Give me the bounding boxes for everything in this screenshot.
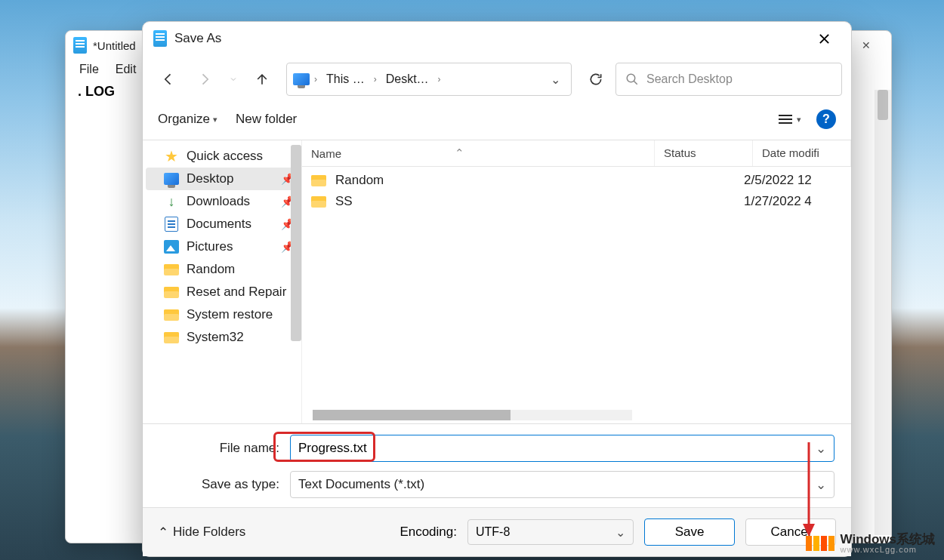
sidebar-item-reset[interactable]: Reset and Repair <box>146 281 301 303</box>
toolbar: Organize▾ New folder ▾ ? <box>143 103 851 140</box>
sidebar-item-pictures[interactable]: Pictures 📌 <box>146 235 301 258</box>
breadcrumb-thispc[interactable]: This … <box>322 70 369 88</box>
notepad-icon <box>73 37 87 54</box>
save-button[interactable]: Save <box>644 518 735 546</box>
dialog-icon <box>153 30 167 47</box>
sidebar-item-quickaccess[interactable]: ★ Quick access <box>146 145 301 168</box>
folder-icon <box>164 332 179 343</box>
breadcrumb-desktop[interactable]: Deskt… <box>381 70 433 88</box>
view-options-button[interactable]: ▾ <box>777 113 801 125</box>
back-button[interactable] <box>152 63 185 96</box>
filename-input[interactable]: Progress.txt ⌄ <box>290 435 834 462</box>
folder-icon <box>164 309 179 321</box>
savetype-select[interactable]: Text Documents (*.txt) ⌄ <box>290 471 834 498</box>
chevron-down-icon[interactable]: ⌄ <box>816 441 826 457</box>
folder-icon <box>164 264 179 275</box>
nav-sidebar: ★ Quick access Desktop 📌 ↓ Downloads 📌 D… <box>143 140 301 423</box>
watermark: Windows系统城 www.wxcLgg.com <box>801 531 939 555</box>
search-input[interactable]: Search Desktop <box>615 63 842 96</box>
star-icon: ★ <box>164 149 179 164</box>
sidebar-item-systemrestore[interactable]: System restore <box>146 303 301 326</box>
chevron-up-icon: ⌃ <box>158 525 168 540</box>
sidebar-scrollbar[interactable] <box>291 145 301 341</box>
dialog-title: Save As <box>174 31 221 46</box>
sort-indicator-icon: ⌃ <box>455 146 464 160</box>
save-as-dialog: Save As › This … › Deskt… › ⌄ Search Des… <box>142 21 852 557</box>
sidebar-item-desktop[interactable]: Desktop 📌 <box>146 168 301 190</box>
hide-folders-button[interactable]: ⌃ Hide Folders <box>158 525 245 540</box>
filename-label: File name: <box>159 441 284 456</box>
encoding-label: Encoding: <box>400 525 457 540</box>
file-row[interactable]: SS 1/27/2022 4 <box>302 191 851 212</box>
address-dropdown[interactable]: ⌄ <box>545 72 565 87</box>
menu-edit[interactable]: Edit <box>116 63 137 76</box>
horizontal-scrollbar[interactable] <box>313 410 632 420</box>
file-row[interactable]: Random 2/5/2022 12 <box>302 170 851 191</box>
organize-menu[interactable]: Organize▾ <box>158 112 217 127</box>
pictures-icon <box>164 240 179 254</box>
forward-button[interactable] <box>188 63 221 96</box>
document-icon <box>165 217 178 232</box>
dialog-footer: ⌃ Hide Folders Encoding: UTF-8 ⌄ Save Ca… <box>143 507 851 556</box>
encoding-select[interactable]: UTF-8 ⌄ <box>467 519 634 545</box>
sidebar-item-downloads[interactable]: ↓ Downloads 📌 <box>146 190 301 213</box>
download-icon: ↓ <box>164 194 179 209</box>
address-bar[interactable]: › This … › Deskt… › ⌄ <box>286 63 572 96</box>
svg-point-0 <box>627 74 635 82</box>
column-headers: Name ⌃ Status Date modifi <box>302 140 851 167</box>
sidebar-item-random[interactable]: Random <box>146 258 301 281</box>
close-button[interactable] <box>807 22 841 55</box>
up-button[interactable] <box>245 63 279 96</box>
chevron-down-icon[interactable]: ⌄ <box>816 477 826 493</box>
column-name[interactable]: Name ⌃ <box>302 140 655 166</box>
folder-icon <box>164 287 179 298</box>
file-list-pane: Name ⌃ Status Date modifi Random 2/5/202… <box>301 140 851 423</box>
folder-icon <box>311 196 326 208</box>
column-status[interactable]: Status <box>655 140 753 166</box>
refresh-button[interactable] <box>579 63 612 96</box>
navigation-bar: › This … › Deskt… › ⌄ Search Desktop <box>143 55 851 103</box>
notepad-title: *Untitled <box>93 39 136 52</box>
folder-icon <box>311 175 326 186</box>
sidebar-item-system32[interactable]: System32 <box>146 326 301 349</box>
new-folder-button[interactable]: New folder <box>236 112 297 127</box>
chevron-right-icon: › <box>374 74 377 85</box>
watermark-logo-icon <box>806 536 834 551</box>
notepad-scrollbar[interactable] <box>875 90 891 535</box>
recent-dropdown[interactable] <box>224 63 242 96</box>
savetype-label: Save as type: <box>159 477 284 492</box>
monitor-icon <box>293 73 310 85</box>
monitor-icon <box>164 173 179 185</box>
help-button[interactable]: ? <box>816 109 836 129</box>
menu-file[interactable]: File <box>79 63 99 76</box>
notepad-close-button[interactable]: ✕ <box>849 31 884 60</box>
column-date[interactable]: Date modifi <box>753 140 851 166</box>
sidebar-item-documents[interactable]: Documents 📌 <box>146 213 301 235</box>
chevron-down-icon: ⌄ <box>615 525 625 540</box>
search-placeholder: Search Desktop <box>646 72 733 86</box>
chevron-right-icon: › <box>314 74 317 85</box>
chevron-right-icon: › <box>438 74 441 85</box>
